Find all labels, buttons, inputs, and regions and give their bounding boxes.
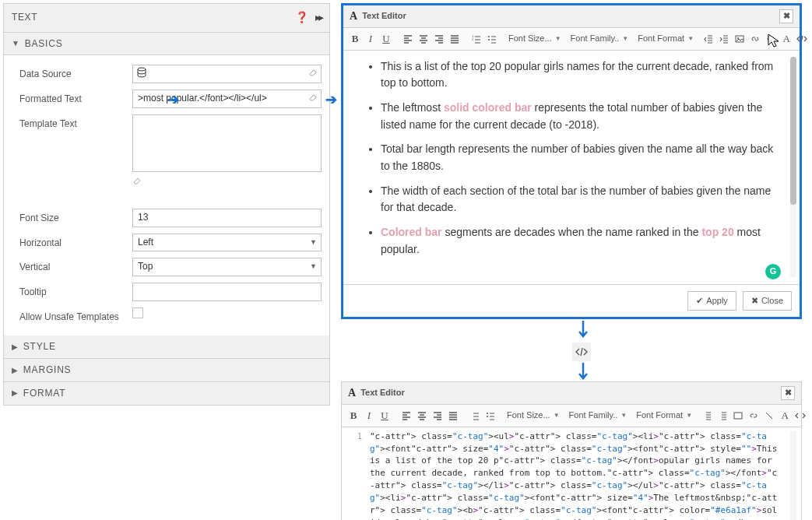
label-vertical: Vertical	[19, 258, 132, 274]
tooltip-input[interactable]	[132, 283, 322, 301]
arrow-icon: ➔	[325, 90, 337, 110]
svg-rect-9	[734, 413, 742, 419]
underline-button[interactable]: U	[378, 408, 392, 423]
outdent-button[interactable]	[700, 408, 714, 423]
font-family-dropdown[interactable]: Font Family..	[568, 409, 620, 421]
dialog-title: Text Editor	[360, 387, 781, 399]
code-body[interactable]: "c-attr"> class="c-tag"><ul>"c-attr"> cl…	[370, 430, 790, 520]
formatted-text-input[interactable]	[132, 90, 322, 108]
indent-button[interactable]	[715, 408, 729, 423]
horizontal-select[interactable]: Left	[132, 234, 322, 252]
svg-text:2: 2	[472, 37, 474, 41]
caret-right-icon: ▶	[12, 365, 19, 376]
indent-button[interactable]	[717, 31, 731, 47]
section-text[interactable]: TEXT ❓ ▸▸	[4, 4, 329, 33]
align-center-button[interactable]	[415, 408, 429, 423]
align-right-button[interactable]	[432, 31, 446, 47]
caret-right-icon: ▶	[12, 342, 19, 353]
label-formatted-text: Formatted Text	[19, 90, 132, 106]
code-editor-content[interactable]: 1 "c-attr"> class="c-tag"><ul>"c-attr"> …	[342, 427, 801, 520]
svg-point-8	[487, 416, 488, 417]
section-basics[interactable]: ▼ BASICS	[4, 33, 329, 56]
text-editor-icon: A	[348, 385, 356, 401]
align-left-button[interactable]	[401, 31, 415, 47]
text-editor-icon: A	[350, 9, 357, 24]
section-text-label: TEXT	[12, 11, 37, 24]
allow-unsafe-checkbox[interactable]	[132, 307, 143, 318]
section-basics-label: BASICS	[25, 37, 63, 51]
list-item: The width of each section of the total b…	[381, 183, 782, 216]
italic-button[interactable]: I	[364, 31, 378, 47]
caret-right-icon: ▶	[12, 388, 19, 399]
close-dialog-button[interactable]: ✖Close	[743, 291, 792, 311]
code-view-button[interactable]	[795, 31, 809, 47]
formatted-text-field[interactable]	[132, 90, 322, 108]
apply-button[interactable]: ✔Apply	[687, 291, 736, 311]
bold-button[interactable]: B	[346, 408, 360, 423]
font-format-dropdown[interactable]: Font Format	[636, 33, 686, 44]
svg-point-3	[488, 36, 490, 37]
vertical-select[interactable]: Top	[132, 258, 322, 276]
image-button[interactable]	[731, 408, 745, 423]
link-button[interactable]	[747, 408, 761, 423]
unlink-button[interactable]	[764, 31, 778, 47]
data-source-input[interactable]	[132, 65, 322, 83]
caret-down-icon: ▼	[12, 38, 20, 49]
list-item: This is a list of the top 20 popular gir…	[381, 58, 782, 92]
help-icon[interactable]: ❓	[295, 10, 309, 26]
expand-icon[interactable]: ▸▸	[315, 10, 322, 26]
eraser-icon[interactable]	[308, 92, 318, 105]
text-editor-code-dialog: A Text Editor ✖ B I U Font Size...▼ Font…	[341, 381, 802, 520]
code-view-button[interactable]	[793, 408, 807, 423]
text-editor-dialog: A Text Editor ✖ B I U 12 Font Size...▼ F…	[341, 3, 802, 319]
label-data-source: Data Source	[19, 65, 132, 81]
editor-content[interactable]: This is a list of the top 20 popular gir…	[343, 51, 800, 284]
font-family-dropdown[interactable]: Font Family..	[569, 33, 621, 44]
section-style[interactable]: ▶ STYLE	[4, 336, 329, 359]
section-margins[interactable]: ▶ MARGINS	[4, 359, 329, 382]
font-color-button[interactable]: A	[778, 408, 792, 423]
align-justify-button[interactable]	[448, 31, 462, 47]
svg-point-4	[488, 39, 490, 40]
align-center-button[interactable]	[417, 31, 431, 47]
arrow-down-icon	[578, 363, 589, 381]
italic-button[interactable]: I	[362, 408, 376, 423]
section-format-label: FORMAT	[23, 387, 66, 400]
basics-body: Data Source Formatted Text	[4, 55, 329, 336]
section-format[interactable]: ▶ FORMAT	[4, 382, 329, 405]
template-text-input[interactable]	[132, 114, 322, 172]
label-allow-unsafe: Allow Unsafe Templates	[19, 307, 132, 324]
font-size-dropdown[interactable]: Font Size...	[505, 409, 552, 421]
align-justify-button[interactable]	[446, 408, 460, 423]
align-left-button[interactable]	[399, 408, 413, 423]
unordered-list-button[interactable]	[483, 408, 497, 423]
properties-panel: TEXT ❓ ▸▸ ▼ BASICS Data Source	[3, 3, 330, 406]
close-button[interactable]: ✖	[779, 9, 793, 23]
bold-button[interactable]: B	[348, 31, 362, 47]
outdent-button[interactable]	[701, 31, 715, 47]
label-tooltip: Tooltip	[19, 283, 132, 299]
link-button[interactable]	[748, 31, 762, 47]
underline-button[interactable]: U	[379, 31, 393, 47]
scrollbar-thumb[interactable]	[790, 57, 796, 205]
image-button[interactable]	[733, 31, 747, 47]
eraser-icon[interactable]	[132, 176, 142, 187]
eraser-icon[interactable]	[308, 67, 318, 80]
unlink-button[interactable]	[762, 408, 776, 423]
ordered-list-button[interactable]: 12	[469, 31, 483, 47]
close-button[interactable]: ✖	[781, 386, 795, 400]
list-item: Colored bar segments are decades when th…	[381, 224, 782, 258]
align-right-button[interactable]	[431, 408, 445, 423]
font-size-dropdown[interactable]: Font Size...	[507, 33, 554, 44]
data-source-field[interactable]	[132, 65, 322, 83]
open-file-button[interactable]	[809, 408, 812, 423]
font-color-button[interactable]: A	[779, 31, 793, 47]
scrollbar-track[interactable]	[790, 430, 796, 520]
arrow-down-icon	[578, 321, 589, 339]
font-format-dropdown[interactable]: Font Format	[634, 409, 684, 421]
unordered-list-button[interactable]	[485, 31, 499, 47]
section-margins-label: MARGINS	[23, 364, 72, 377]
ordered-list-button[interactable]	[468, 408, 482, 423]
font-size-input[interactable]	[132, 209, 322, 227]
grammarly-icon[interactable]: G	[765, 264, 781, 279]
